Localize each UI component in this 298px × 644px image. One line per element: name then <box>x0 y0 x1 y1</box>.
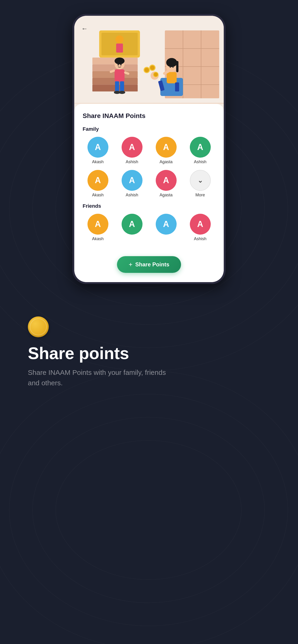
svg-rect-46 <box>176 61 178 72</box>
avatar-friend-akash: A <box>88 214 108 234</box>
illustration-area: ← <box>74 16 224 104</box>
plus-icon: + <box>129 261 132 268</box>
svg-point-47 <box>170 66 171 68</box>
friend-ashish[interactable]: A Ashish <box>185 214 215 241</box>
friends-row: A Akash A A <box>83 214 215 241</box>
family-row-1: A Akash A Ashish A Agasta <box>83 137 215 164</box>
info-section: Share points Share INAAM Points with you… <box>0 298 298 416</box>
avatar-name-akash-2: Akash <box>92 193 104 198</box>
avatar-akash-1: A <box>88 137 108 158</box>
family-section-label: Family <box>83 126 215 132</box>
avatar-ashish-1: A <box>122 137 143 158</box>
bottom-description: Share INAAM Points with your family, fri… <box>28 367 167 388</box>
avatar-ashish-3: A <box>122 170 143 191</box>
more-label: More <box>195 193 205 198</box>
svg-point-52 <box>154 72 158 77</box>
share-button-wrapper: + Share Points <box>83 256 215 273</box>
svg-point-6 <box>9 394 288 626</box>
page-container: ← <box>0 0 298 644</box>
avatar-agasta-1: A <box>156 137 177 158</box>
svg-rect-44 <box>175 82 179 92</box>
svg-rect-26 <box>115 69 125 82</box>
avatar-friend-2: A <box>122 214 143 234</box>
friends-section: Friends A Akash A <box>83 203 215 254</box>
avatar-agasta-2: A <box>156 170 177 191</box>
svg-point-31 <box>115 58 125 64</box>
svg-point-30 <box>119 91 125 94</box>
chevron-down-icon: ⌄ <box>197 177 203 184</box>
phone-section: ← <box>0 0 298 298</box>
back-button[interactable]: ← <box>81 25 88 32</box>
avatar-friend-3: A <box>156 214 177 234</box>
avatar-ashish-2: A <box>190 137 211 158</box>
svg-rect-42 <box>167 72 177 84</box>
phone-frame: ← <box>72 14 226 284</box>
bottom-title: Share points <box>28 344 270 362</box>
avatar-name-agasta-2: Agasta <box>159 193 172 198</box>
svg-point-48 <box>172 66 174 68</box>
share-points-button[interactable]: + Share Points <box>117 256 181 273</box>
phone-wrapper: ← <box>72 14 226 284</box>
friend-name-ashish: Ashish <box>194 236 206 241</box>
friend-2[interactable]: A <box>117 214 147 241</box>
panel-title: Share INAAM Points <box>83 112 215 120</box>
avatar-name-ashish-1: Ashish <box>126 160 138 164</box>
family-member-agasta-1[interactable]: A Agasta <box>151 137 181 164</box>
svg-rect-24 <box>116 44 123 52</box>
friend-name-akash: Akash <box>92 236 104 241</box>
friends-section-label: Friends <box>83 203 215 209</box>
family-row-2: A Akash A Ashish A Agasta <box>83 170 215 198</box>
family-more-button[interactable]: ⌄ More <box>185 170 215 198</box>
svg-point-37 <box>144 68 149 72</box>
svg-point-39 <box>150 65 155 70</box>
share-button-label: Share Points <box>135 261 169 268</box>
svg-point-7 <box>33 417 264 603</box>
family-member-akash-1[interactable]: A Akash <box>83 137 113 164</box>
avatar-name-akash-1: Akash <box>92 160 104 164</box>
friend-3[interactable]: A <box>151 214 181 241</box>
family-member-ashish-2[interactable]: A Ashish <box>185 137 215 164</box>
svg-point-45 <box>166 58 177 67</box>
family-member-agasta-2[interactable]: A Agasta <box>151 170 181 198</box>
phone-screen: ← <box>74 16 224 282</box>
svg-point-8 <box>56 440 241 580</box>
illustration-svg <box>74 16 224 104</box>
more-avatar-circle: ⌄ <box>190 170 211 191</box>
avatar-name-ashish-3: Ashish <box>126 193 138 198</box>
family-member-akash-2[interactable]: A Akash <box>83 170 113 198</box>
svg-point-33 <box>120 64 122 66</box>
friend-akash[interactable]: A Akash <box>83 214 113 241</box>
avatar-akash-2: A <box>88 170 108 191</box>
avatar-name-agasta-1: Agasta <box>159 160 172 164</box>
avatar-friend-ashish: A <box>190 214 211 234</box>
coin-icon <box>28 316 49 337</box>
card-panel: Share INAAM Points Family A Akash <box>74 104 224 282</box>
family-member-ashish-3[interactable]: A Ashish <box>117 170 147 198</box>
svg-point-23 <box>116 36 124 44</box>
svg-point-32 <box>117 64 119 66</box>
family-member-ashish-1[interactable]: A Ashish <box>117 137 147 164</box>
avatar-name-ashish-2: Ashish <box>194 160 206 164</box>
